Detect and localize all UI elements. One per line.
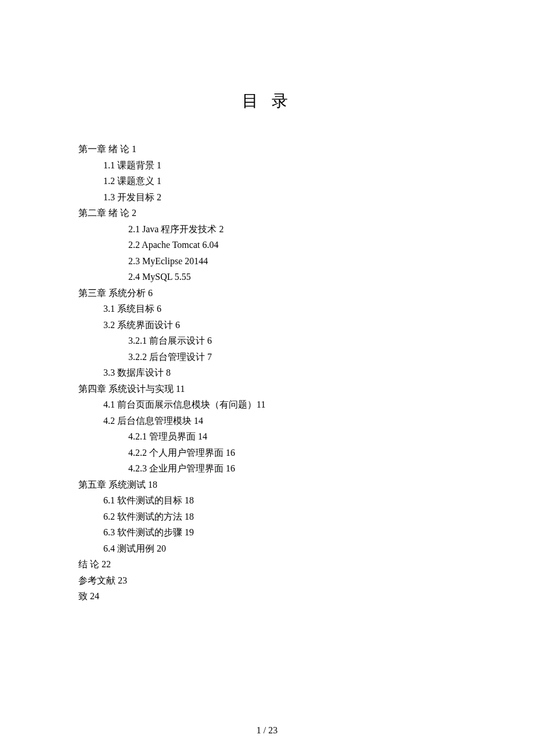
toc-entry: 第五章 系统测试 18 — [78, 477, 456, 493]
toc-entry: 1.3 开发目标 2 — [103, 189, 456, 206]
toc-entry: 3.3 数据库设计 8 — [103, 365, 456, 381]
toc-entry: 2.4 MySQL 5.55 — [128, 269, 456, 285]
document-page: 目 录 第一章 绪 论 11.1 课题背景 11.2 课题意义 11.3 开发目… — [0, 0, 534, 604]
toc-entry: 4.2.2 个人用户管理界面 16 — [128, 445, 456, 461]
toc-entry: 参考文献 23 — [78, 573, 456, 589]
toc-entry: 第二章 绪 论 2 — [78, 205, 456, 221]
toc-entry: 第四章 系统设计与实现 11 — [78, 381, 456, 397]
toc-entry: 4.1 前台页面展示信息模块（有问题）11 — [103, 397, 456, 413]
toc-entry: 6.2 软件测试的方法 18 — [103, 509, 456, 525]
toc-entry: 2.3 MyEclipse 20144 — [128, 253, 456, 269]
toc-entry: 3.2.2 后台管理设计 7 — [128, 349, 456, 365]
toc-entry: 2.1 Java 程序开发技术 2 — [128, 221, 456, 237]
toc-entry: 3.2.1 前台展示设计 6 — [128, 333, 456, 349]
toc-entry: 2.2 Apache Tomcat 6.04 — [128, 237, 456, 253]
toc-entry: 4.2.3 企业用户管理界面 16 — [128, 460, 456, 477]
table-of-contents: 第一章 绪 论 11.1 课题背景 11.2 课题意义 11.3 开发目标 2第… — [78, 141, 456, 604]
toc-entry: 结 论 22 — [78, 556, 456, 573]
toc-entry: 6.3 软件测试的步骤 19 — [103, 524, 456, 541]
toc-entry: 3.1 系统目标 6 — [103, 301, 456, 317]
page-title: 目 录 — [78, 90, 456, 112]
toc-entry: 4.2 后台信息管理模块 14 — [103, 413, 456, 429]
toc-entry: 1.2 课题意义 1 — [103, 173, 456, 189]
page-footer: 1 / 23 — [0, 725, 534, 736]
toc-entry: 6.4 测试用例 20 — [103, 541, 456, 557]
toc-entry: 致 24 — [78, 588, 456, 604]
toc-entry: 4.2.1 管理员界面 14 — [128, 429, 456, 445]
toc-entry: 第一章 绪 论 1 — [78, 141, 456, 157]
toc-entry: 6.1 软件测试的目标 18 — [103, 492, 456, 509]
toc-entry: 第三章 系统分析 6 — [78, 285, 456, 301]
toc-entry: 1.1 课题背景 1 — [103, 157, 456, 174]
toc-entry: 3.2 系统界面设计 6 — [103, 317, 456, 333]
